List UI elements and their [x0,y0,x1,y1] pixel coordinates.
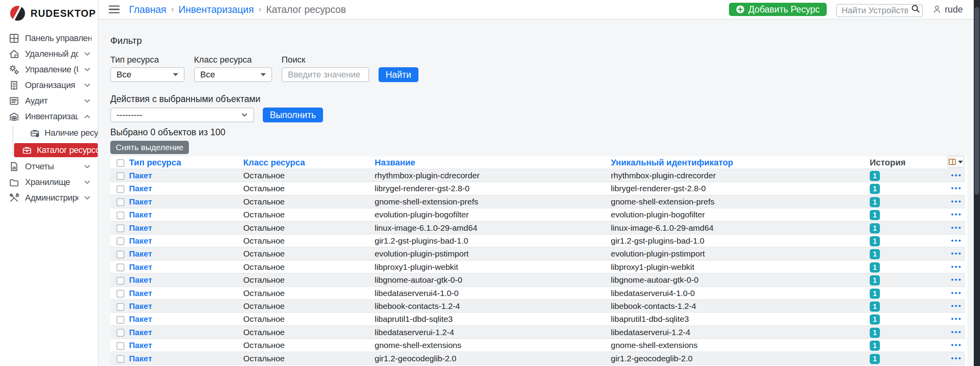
resource-type-select[interactable]: Все [110,67,185,82]
row-checkbox[interactable] [117,277,124,285]
history-badge[interactable]: 1 [870,262,880,273]
clear-selection-button[interactable]: Снять выделение [110,141,189,154]
history-badge[interactable]: 1 [870,184,880,194]
history-badge[interactable]: 1 [870,289,880,299]
add-resource-button[interactable]: Добавить Ресурс [729,3,827,16]
sidebar-subitem[interactable]: Каталог ресурсов [14,143,98,157]
sidebar-item[interactable]: Удаленный доступ [0,46,98,62]
cell-uid: evolution-plugin-pstimport [608,247,867,260]
row-actions-menu[interactable]: ••• [945,352,965,365]
row-checkbox[interactable] [117,224,124,232]
history-badge[interactable]: 1 [870,314,880,325]
row-actions-menu[interactable]: ••• [945,273,965,286]
row-actions-menu[interactable]: ••• [945,247,965,260]
sidebar: RUDESKTOP Панель управленияУдаленный дос… [0,0,99,366]
sidebar-item[interactable]: Аудит [0,93,98,109]
history-badge[interactable]: 1 [870,236,880,246]
user-menu[interactable]: rude [932,4,963,15]
cell-type[interactable]: Пакет [126,195,240,208]
cell-type[interactable]: Пакет [126,208,240,221]
row-actions-menu[interactable]: ••• [945,195,965,208]
row-actions-menu[interactable]: ••• [945,169,965,182]
row-actions-menu[interactable]: ••• [945,312,965,325]
row-checkbox[interactable] [117,212,124,219]
row-actions-menu[interactable]: ••• [945,326,965,339]
row-checkbox[interactable] [117,342,124,350]
sidebar-item[interactable]: Отчеты [0,159,98,174]
sidebar-item[interactable]: Организация [0,77,98,93]
sidebar-subitem[interactable]: Наличие ресурсов [0,124,98,142]
sidebar-item[interactable]: Управление (UEM) [0,62,98,77]
filter-search-input[interactable] [282,67,369,82]
history-badge[interactable]: 1 [870,210,880,220]
row-checkbox[interactable] [117,251,124,258]
row-checkbox[interactable] [117,303,124,311]
bulk-action-select[interactable]: --------- [110,108,254,122]
scrollbar-thumb[interactable] [975,7,979,195]
row-actions-menu[interactable]: ••• [945,287,965,300]
cell-type[interactable]: Пакет [126,260,240,273]
breadcrumb-item[interactable]: Инвентаризация [178,4,254,15]
cell-name: librygel-renderer-gst-2.8-0 [372,182,608,195]
row-checkbox[interactable] [117,355,124,363]
cell-type[interactable]: Пакет [126,234,240,247]
row-actions-menu[interactable]: ••• [945,300,965,312]
row-actions-menu[interactable]: ••• [945,221,965,234]
cell-type[interactable]: Пакет [126,182,240,195]
search-icon[interactable] [911,4,920,13]
sidebar-item-label: Организация [25,80,78,90]
cell-type[interactable]: Пакет [126,326,240,339]
column-picker-button[interactable] [947,156,964,168]
history-badge[interactable]: 1 [870,341,880,351]
device-search-input[interactable] [836,4,923,17]
history-badge[interactable]: 1 [870,249,880,259]
cell-type[interactable]: Пакет [126,287,240,300]
row-checkbox[interactable] [117,329,124,337]
sidebar-item[interactable]: Администрирование [0,190,98,206]
history-badge[interactable]: 1 [870,301,880,312]
history-badge[interactable]: 1 [870,197,880,207]
cell-type[interactable]: Пакет [126,352,240,365]
sidebar-item[interactable]: Инвентаризация [0,109,98,124]
hamburger-menu-icon[interactable] [109,5,120,14]
history-badge[interactable]: 1 [870,275,880,285]
select-all-checkbox[interactable] [117,159,124,167]
row-actions-menu[interactable]: ••• [945,208,965,221]
cell-type[interactable]: Пакет [126,339,240,352]
sidebar-item-label: Панель управления [25,33,92,43]
cell-type[interactable]: Пакет [126,169,240,182]
history-badge[interactable]: 1 [870,223,880,233]
cell-type[interactable]: Пакет [126,300,240,312]
breadcrumb-item[interactable]: Главная [129,4,166,15]
row-checkbox[interactable] [117,316,124,324]
scroll-up-arrow-icon[interactable] [975,2,979,6]
header-uid[interactable]: Уникальный идентификатор [608,156,867,169]
row-actions-menu[interactable]: ••• [945,260,965,273]
header-class[interactable]: Класс ресурса [240,156,372,169]
row-actions-menu[interactable]: ••• [945,182,965,195]
cell-type[interactable]: Пакет [126,221,240,234]
row-checkbox[interactable] [117,198,124,206]
history-badge[interactable]: 1 [870,171,880,181]
row-checkbox[interactable] [117,185,124,193]
cell-type[interactable]: Пакет [126,247,240,260]
filter-submit-button[interactable]: Найти [379,67,418,82]
row-checkbox[interactable] [117,172,124,180]
row-checkbox[interactable] [117,290,124,298]
resource-class-select[interactable]: Все [194,67,272,82]
row-checkbox[interactable] [117,264,124,271]
vertical-scrollbar[interactable] [974,0,980,366]
sidebar-item[interactable]: Панель управления [0,30,98,46]
brand[interactable]: RUDESKTOP [0,0,98,27]
execute-button[interactable]: Выполнить [263,108,323,122]
cell-type[interactable]: Пакет [126,312,240,325]
history-badge[interactable]: 1 [870,328,880,338]
row-actions-menu[interactable]: ••• [945,234,965,247]
row-actions-menu[interactable]: ••• [945,339,965,352]
cell-type[interactable]: Пакет [126,273,240,286]
sidebar-item[interactable]: Хранилище [0,174,98,190]
header-name[interactable]: Название [372,156,608,169]
header-type[interactable]: Тип ресурса [126,156,240,169]
row-checkbox[interactable] [117,237,124,245]
history-badge[interactable]: 1 [870,354,880,364]
